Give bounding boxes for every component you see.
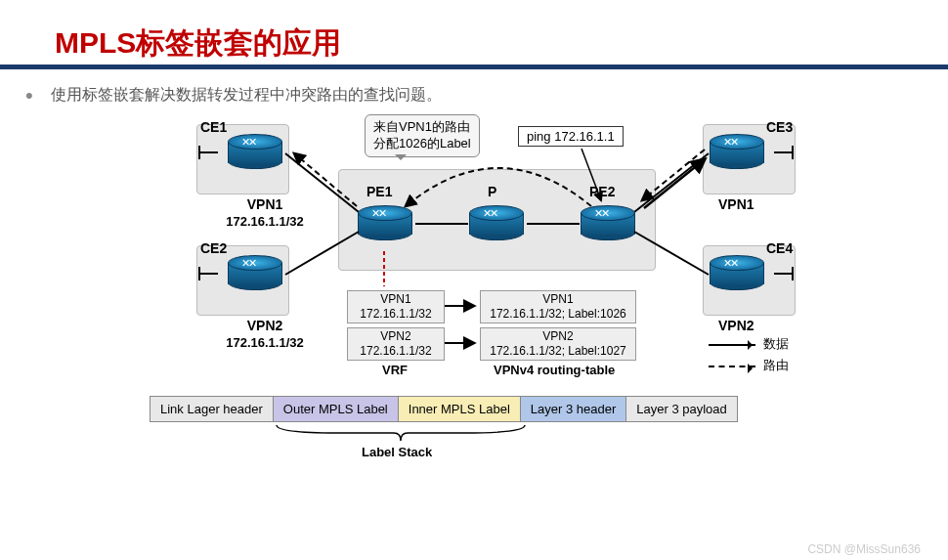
label-p: P bbox=[488, 184, 496, 200]
router-ce1: ✕✕ bbox=[222, 134, 288, 178]
legend: 数据 路由 bbox=[709, 335, 789, 374]
router-ce3: ✕✕ bbox=[704, 134, 770, 178]
diagram: ✕✕ ✕✕ ✕✕ ✕✕ ✕✕ ✕✕ ✕✕ CE1 CE2 CE3 CE4 PE1… bbox=[142, 112, 845, 469]
ping-box: ping 172.16.1.1 bbox=[518, 126, 624, 147]
vrf-box2: VPN2172.16.1.1/32 bbox=[347, 327, 445, 361]
callout-label: 来自VPN1的路由分配1026的Label bbox=[365, 114, 480, 157]
label-stack: Label Stack bbox=[362, 445, 432, 459]
divider-bar bbox=[0, 65, 948, 69]
packet-structure: Link Lager header Outer MPLS Label Inner… bbox=[150, 396, 738, 422]
watermark: CSDN @MissSun636 bbox=[807, 542, 921, 556]
stub-icon bbox=[200, 151, 218, 153]
bullet-content: 使用标签嵌套解决数据转发过程中冲突路由的查找问题。 bbox=[51, 86, 442, 103]
router-ce4: ✕✕ bbox=[704, 255, 770, 299]
brace-icon bbox=[275, 423, 527, 445]
stub-icon bbox=[200, 273, 218, 275]
stub-icon bbox=[774, 273, 792, 275]
legend-data: 数据 bbox=[763, 336, 789, 351]
pkt-outer: Outer MPLS Label bbox=[274, 397, 399, 421]
router-pe1: ✕✕ bbox=[352, 205, 418, 249]
label-ce1: CE1 bbox=[200, 119, 227, 136]
router-pe2: ✕✕ bbox=[575, 205, 641, 249]
label-vpn2b: VPN2 bbox=[718, 318, 754, 334]
router-p: ✕✕ bbox=[463, 205, 530, 249]
rt-box1: VPN1172.16.1.1/32; Label:1026 bbox=[480, 290, 636, 323]
label-ce4: CE4 bbox=[766, 240, 793, 257]
pkt-link: Link Lager header bbox=[151, 397, 274, 421]
label-vpn1a: VPN1172.16.1.1/32 bbox=[206, 196, 323, 230]
router-ce2: ✕✕ bbox=[222, 255, 288, 299]
pkt-inner: Inner MPLS Label bbox=[399, 397, 521, 421]
vrf-box1: VPN1172.16.1.1/32 bbox=[347, 290, 445, 323]
label-ce2: CE2 bbox=[200, 240, 227, 257]
label-vpn2a: VPN2172.16.1.1/32 bbox=[206, 318, 323, 351]
bullet-text: •使用标签嵌套解决数据转发过程中冲突路由的查找问题。 bbox=[25, 83, 442, 108]
stub-icon bbox=[774, 151, 792, 153]
label-vpn1b: VPN1 bbox=[718, 196, 754, 213]
page-title: MPLS标签嵌套的应用 bbox=[55, 23, 341, 64]
vrf-title: VRF bbox=[382, 363, 408, 377]
label-pe2: PE2 bbox=[589, 184, 615, 200]
rt-title: VPNv4 routing-table bbox=[494, 363, 615, 377]
pkt-l3h: Layer 3 header bbox=[521, 397, 626, 421]
rt-box2: VPN2172.16.1.1/32; Label:1027 bbox=[480, 327, 636, 361]
legend-route: 路由 bbox=[763, 358, 789, 372]
pkt-l3p: Layer 3 payload bbox=[626, 397, 737, 421]
label-pe1: PE1 bbox=[366, 184, 392, 200]
label-ce3: CE3 bbox=[766, 119, 793, 136]
